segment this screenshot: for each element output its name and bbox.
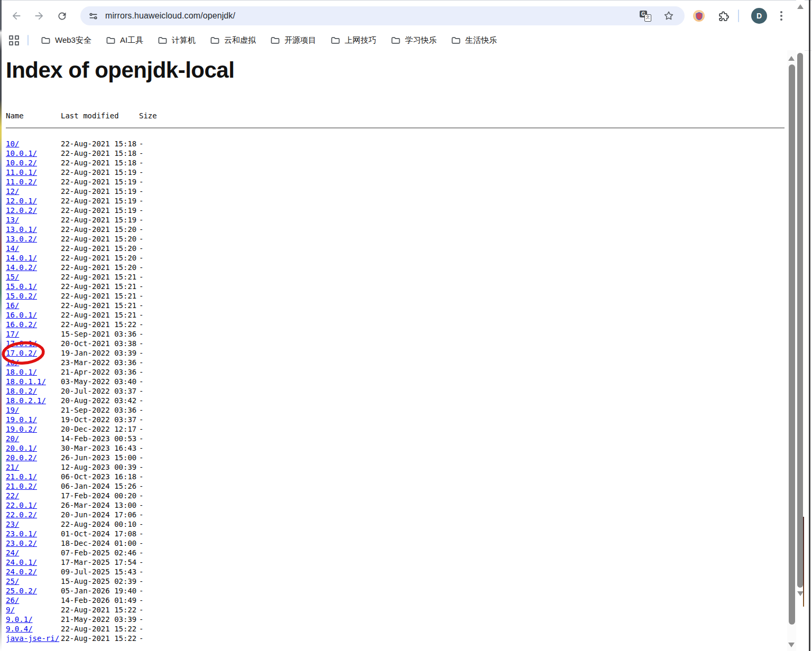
dir-link[interactable]: 26/: [6, 596, 19, 604]
folder-icon: [158, 36, 167, 44]
background-window-edge: [803, 517, 804, 607]
bookmark-folder[interactable]: Web3安全: [41, 35, 91, 45]
dir-link[interactable]: 19/: [6, 406, 19, 414]
dir-link[interactable]: 14.0.2/: [6, 263, 37, 272]
dir-link[interactable]: 9/: [6, 606, 15, 614]
bookmark-folder[interactable]: 学习快乐: [391, 35, 437, 45]
dir-link[interactable]: 15.0.1/: [6, 282, 37, 291]
dir-link[interactable]: 12.0.2/: [6, 206, 37, 215]
back-button[interactable]: [10, 10, 23, 22]
dir-link[interactable]: 25/: [6, 577, 19, 585]
dir-link[interactable]: 13.0.1/: [6, 225, 37, 234]
size-value: -: [139, 339, 160, 348]
dir-link[interactable]: 20.0.1/: [6, 444, 37, 452]
size-value: -: [139, 605, 160, 615]
last-modified-value: 20-Jul-2022 03:37: [61, 386, 139, 396]
dir-link[interactable]: 12/: [6, 187, 19, 196]
outer-scroll-up-button[interactable]: [796, 2, 805, 11]
scrollbar-thumb[interactable]: [789, 64, 795, 625]
dir-link[interactable]: 16/: [6, 301, 19, 310]
url-text[interactable]: mirrors.huaweicloud.com/openjdk/: [105, 11, 685, 21]
site-info-icon[interactable]: [88, 11, 98, 21]
dir-link[interactable]: 13.0.2/: [6, 235, 37, 243]
extension-shield-icon[interactable]: [693, 10, 705, 22]
dir-link[interactable]: 18.0.1/: [6, 368, 37, 376]
dir-link[interactable]: 19.0.1/: [6, 415, 37, 424]
dir-link[interactable]: 21.0.2/: [6, 482, 37, 490]
dir-link[interactable]: 14/: [6, 244, 19, 253]
extensions-puzzle-icon[interactable]: [716, 10, 730, 23]
directory-index-page: Index of openjdk-local Name Last modifie…: [0, 50, 787, 651]
directory-listing: 10/ 22-Aug-2021 15:18 - 10.0.1/ 22-Aug-2…: [6, 139, 160, 643]
dir-link[interactable]: 11.0.1/: [6, 168, 37, 176]
bookmark-folder[interactable]: 生活快乐: [451, 35, 497, 45]
dir-link[interactable]: 11.0.2/: [6, 178, 37, 186]
dir-link[interactable]: 13/: [6, 216, 19, 224]
profile-avatar[interactable]: D: [751, 8, 767, 24]
outer-scrollbar-thumb[interactable]: [797, 53, 803, 588]
dir-link[interactable]: java-jse-ri/: [6, 634, 59, 643]
dir-link[interactable]: 20/: [6, 434, 19, 443]
dir-link[interactable]: 21/: [6, 463, 19, 471]
menu-kebab-icon[interactable]: [777, 9, 786, 23]
page-title: Index of openjdk-local: [6, 58, 234, 83]
dir-link[interactable]: 9.0.4/: [6, 625, 33, 633]
size-value: -: [139, 148, 160, 158]
dir-link[interactable]: 18.0.2.1/: [6, 396, 46, 405]
dir-link[interactable]: 16.0.1/: [6, 311, 37, 319]
dir-link[interactable]: 23.0.1/: [6, 529, 37, 538]
dir-link[interactable]: 24/: [6, 548, 19, 557]
dir-link[interactable]: 22.0.1/: [6, 501, 37, 509]
size-value: -: [139, 348, 160, 358]
size-value: -: [139, 424, 160, 434]
dir-link[interactable]: 24.0.2/: [6, 568, 37, 576]
bookmark-star-icon[interactable]: [662, 10, 675, 22]
dir-link[interactable]: 10.0.1/: [6, 149, 37, 157]
scroll-down-button[interactable]: [787, 640, 796, 649]
dir-link[interactable]: 17/: [6, 330, 19, 338]
dir-link[interactable]: 10.0.2/: [6, 159, 37, 167]
dir-link[interactable]: 15/: [6, 273, 19, 281]
dir-link[interactable]: 17.0.2/: [6, 349, 37, 357]
dir-link[interactable]: 18/: [6, 358, 19, 367]
dir-link[interactable]: 15.0.2/: [6, 292, 37, 300]
translate-icon[interactable]: G 文: [639, 10, 652, 22]
dir-link[interactable]: 19.0.2/: [6, 425, 37, 433]
bookmark-folder[interactable]: 上网技巧: [331, 35, 376, 45]
address-bar[interactable]: mirrors.huaweicloud.com/openjdk/ G 文: [80, 6, 685, 25]
last-modified-value: 22-Aug-2021 15:20: [61, 253, 139, 263]
forward-button[interactable]: [33, 10, 45, 22]
size-value: -: [139, 443, 160, 453]
bookmark-folder[interactable]: 开源项目: [271, 35, 316, 45]
listing-row: 19.0.2/ 20-Dec-2022 12:17 -: [6, 424, 160, 434]
dir-link[interactable]: 10/: [6, 140, 19, 148]
bookmark-folder[interactable]: 云和虚拟: [210, 35, 256, 45]
listing-row: 21.0.1/ 06-Oct-2023 16:18 -: [6, 472, 160, 481]
dir-link[interactable]: 16.0.2/: [6, 320, 37, 329]
size-value: -: [139, 386, 160, 396]
dir-link[interactable]: 18.0.2/: [6, 387, 37, 395]
dir-link[interactable]: 18.0.1.1/: [6, 377, 46, 386]
dir-link[interactable]: 12.0.1/: [6, 197, 37, 205]
dir-link[interactable]: 14.0.1/: [6, 254, 37, 262]
last-modified-value: 22-Aug-2021 15:21: [61, 282, 139, 291]
dir-link[interactable]: 23/: [6, 520, 19, 528]
bookmark-folder[interactable]: AI工具: [106, 35, 143, 45]
dir-link[interactable]: 22/: [6, 491, 19, 500]
last-modified-value: 03-May-2022 03:40: [61, 377, 139, 386]
dir-link[interactable]: 21.0.1/: [6, 472, 37, 481]
scroll-up-button[interactable]: [787, 54, 796, 62]
dir-link[interactable]: 25.0.2/: [6, 587, 37, 595]
dir-link[interactable]: 24.0.1/: [6, 558, 37, 566]
dir-link[interactable]: 22.0.2/: [6, 510, 37, 519]
listing-row: 16.0.2/ 22-Aug-2021 15:22 -: [6, 320, 160, 329]
dir-link[interactable]: 9.0.1/: [6, 615, 33, 624]
dir-link[interactable]: 20.0.2/: [6, 453, 37, 462]
dir-link[interactable]: 17.0.1/: [6, 339, 37, 348]
dir-link[interactable]: 23.0.2/: [6, 539, 37, 547]
reload-button[interactable]: [56, 10, 68, 22]
listing-row: 22.0.2/ 20-Jun-2024 17:06 -: [6, 510, 160, 519]
last-modified-value: 19-Oct-2022 03:37: [61, 415, 139, 424]
bookmark-folder[interactable]: 计算机: [158, 35, 196, 45]
apps-grid-icon[interactable]: [9, 35, 19, 45]
